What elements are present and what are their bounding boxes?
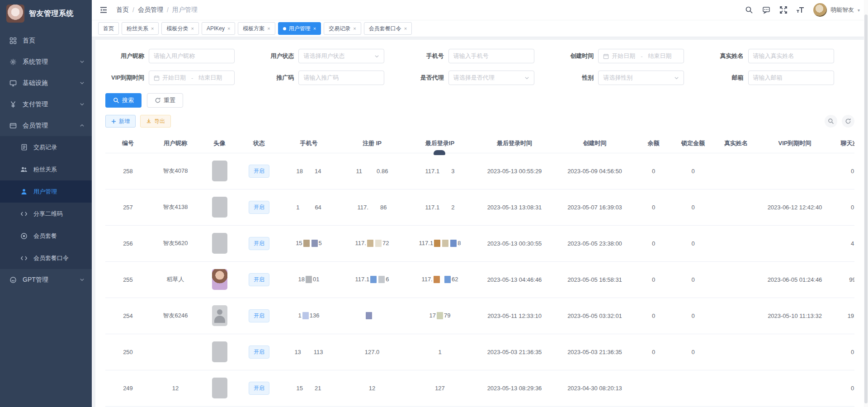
input-placeholder: 请输入推广码 [303, 74, 339, 82]
page-scrollbar-thumb[interactable] [864, 14, 868, 403]
sidebar-item-home[interactable]: 首页 [0, 30, 92, 51]
tab-label: APIKey [207, 25, 225, 32]
close-icon[interactable]: × [313, 26, 316, 31]
cell-locked-amount: 0 [673, 334, 713, 370]
tab-fans[interactable]: 粉丝关系× [122, 22, 159, 35]
censored-text-fragment: 117. [355, 240, 366, 246]
cell-balance: 0 [634, 298, 673, 334]
sidebar-item-fans[interactable]: 粉丝关系 [0, 158, 92, 180]
sidebar-item-users[interactable]: 用户管理 [0, 180, 92, 203]
app-logo-image [6, 5, 24, 23]
tab-template-plan[interactable]: 模板方案× [238, 22, 275, 35]
table-refresh-button[interactable] [842, 115, 854, 128]
cell-id: 256 [105, 225, 151, 261]
chevron-down-icon [524, 76, 529, 80]
censored-text-fragment: 18 [297, 168, 303, 175]
sidebar-item-member-package-code[interactable]: 会员套餐口令 [0, 247, 92, 269]
close-icon[interactable]: × [267, 26, 270, 31]
sidebar-item-label: 会员套餐 [33, 232, 85, 240]
tab-user-management[interactable]: 用户管理× [278, 22, 321, 35]
filter-row-1: 用户昵称请输入用户昵称用户状态请选择用户状态手机号请输入手机号创建时间开始日期-… [105, 49, 854, 63]
close-icon[interactable]: × [227, 26, 230, 31]
chevron-down-icon [80, 277, 85, 282]
filter-input-real-name[interactable]: 请输入真实姓名 [748, 49, 834, 63]
censored-text-fragment: 62 [452, 276, 458, 283]
app-logo[interactable]: 智友管理系统 [0, 0, 92, 27]
cell-vip-expire [759, 334, 831, 370]
sidebar-item-member-package[interactable]: 会员套餐 [0, 225, 92, 247]
input-placeholder: 请输入用户昵称 [154, 52, 195, 60]
filter-select-user-status[interactable]: 请选择用户状态 [298, 49, 384, 63]
cell-nickname: 智友6246 [151, 298, 200, 334]
tab-label: 粉丝关系 [127, 25, 148, 33]
censored-text-fragment: 15 [297, 385, 303, 392]
add-button[interactable]: 新增 [105, 115, 136, 128]
column-header-balance: 余额 [634, 134, 673, 153]
search-button[interactable]: 搜索 [105, 93, 142, 108]
cell-locked-amount [673, 370, 713, 406]
fullscreen-icon[interactable] [779, 5, 788, 14]
breadcrumb-item[interactable]: 会员管理 [138, 6, 163, 14]
close-icon[interactable]: × [353, 26, 356, 31]
cell-real-name [713, 261, 759, 298]
daterange-start-placeholder: 开始日期 [612, 52, 635, 60]
cell-created-time: 2023-05-05 03:32:01 [555, 298, 634, 334]
cell-created-time: 2023-05-07 16:39:03 [555, 189, 634, 225]
export-button[interactable]: 导出 [140, 115, 171, 128]
user-table-wrap: 编号用户昵称头像状态手机号注册 IP最后登录IP最后登录时间创建时间余额锁定金额… [105, 134, 854, 407]
tab-transactions[interactable]: 交易记录× [324, 22, 361, 35]
sidebar-item-transactions[interactable]: 交易记录 [0, 136, 92, 158]
reset-button[interactable]: 重置 [147, 93, 183, 108]
page-scrollbar[interactable] [864, 0, 868, 407]
filter-input-phone[interactable]: 请输入手机号 [448, 49, 534, 63]
chevron-down-icon [374, 54, 379, 59]
cell-real-name [713, 334, 759, 370]
sidebar-item-member[interactable]: 会员管理 [0, 115, 92, 136]
sidebar-item-gpt[interactable]: GPT管理 [0, 269, 92, 290]
filter-daterange-vip-expire[interactable]: 开始日期-结束日期 [149, 71, 235, 85]
font-size-icon[interactable] [796, 5, 805, 14]
column-header-created-time: 创建时间 [555, 134, 634, 153]
cell-phone: 1136 [279, 298, 338, 334]
cell-locked-amount: 0 [673, 225, 713, 261]
filter-label-email: 邮箱 [705, 74, 748, 82]
censored-text-fragment: 14 [315, 168, 321, 175]
tab-apikey[interactable]: APIKey× [202, 22, 235, 35]
cell-reg-ip [338, 298, 406, 334]
user-menu[interactable]: 萌能智友 ▾ [813, 3, 860, 17]
avatar-blank [212, 233, 227, 254]
close-icon[interactable]: × [404, 26, 407, 31]
cell-chat-count: 0 [831, 370, 854, 406]
sidebar-item-share-qrcode[interactable]: 分享二维码 [0, 203, 92, 225]
censored-text-fragment: 113 [314, 349, 323, 355]
breadcrumb-separator: / [167, 6, 169, 14]
message-icon[interactable] [762, 5, 771, 14]
breadcrumb-item[interactable]: 用户管理 [172, 6, 198, 14]
table-search-toggle-button[interactable] [825, 115, 837, 128]
close-icon[interactable]: × [151, 26, 154, 31]
filter-daterange-created-time[interactable]: 开始日期-结束日期 [598, 49, 684, 63]
cell-last-login-ip: 127 [406, 370, 474, 406]
sidebar-collapse-icon[interactable] [99, 5, 109, 15]
status-badge: 开启 [249, 345, 269, 359]
cell-status: 开启 [239, 153, 279, 189]
filter-select-is-agent[interactable]: 请选择是否代理 [448, 71, 534, 85]
filter-input-promo-code[interactable]: 请输入推广码 [298, 71, 384, 85]
cell-real-name [713, 298, 759, 334]
tab-home[interactable]: 首页 [98, 22, 119, 35]
filter-input-nickname[interactable]: 请输入用户昵称 [149, 49, 235, 63]
censor-gap [303, 173, 315, 173]
tab-template-category[interactable]: 模板分类× [161, 22, 198, 35]
table-header-row: 编号用户昵称头像状态手机号注册 IP最后登录IP最后登录时间创建时间余额锁定金额… [105, 134, 854, 153]
sidebar-item-system[interactable]: 系统管理 [0, 51, 92, 72]
sidebar-item-payment[interactable]: 支付管理 [0, 94, 92, 115]
close-icon[interactable]: × [191, 26, 193, 31]
cell-status: 开启 [239, 261, 279, 298]
search-icon[interactable] [745, 5, 754, 14]
breadcrumb-item[interactable]: 首页 [116, 6, 129, 14]
tab-member-package-code[interactable]: 会员套餐口令× [364, 22, 412, 35]
sidebar-item-infra[interactable]: 基础设施 [0, 72, 92, 94]
filter-input-email[interactable]: 请输入邮箱 [748, 71, 834, 85]
filter-select-gender[interactable]: 请选择性别 [598, 71, 684, 85]
cell-created-time: 2023-04-30 08:20:13 [555, 370, 634, 406]
